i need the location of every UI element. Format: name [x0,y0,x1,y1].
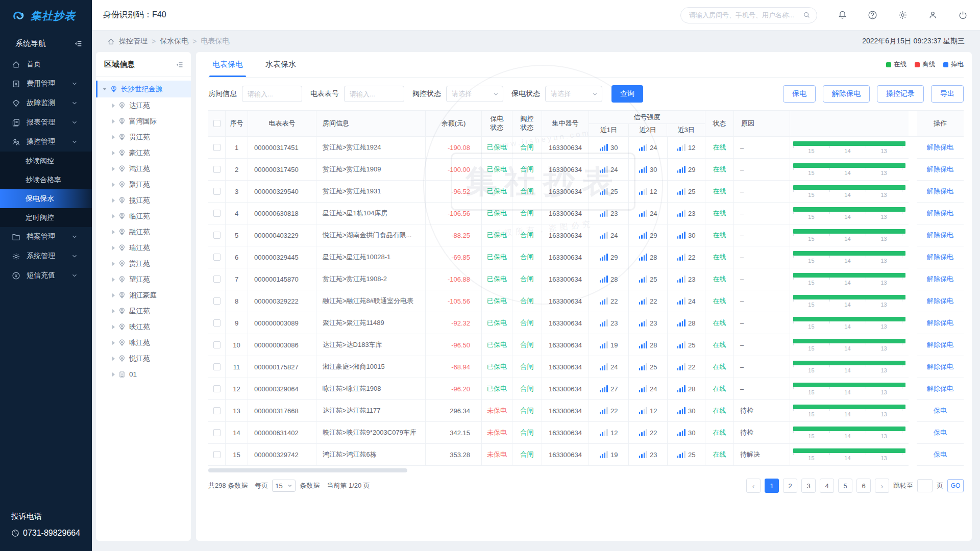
row-checkbox[interactable] [213,210,220,217]
sidebar-item-短信充值[interactable]: 短信充值 [0,266,92,285]
row-checkbox[interactable] [213,385,220,392]
tree-item-瑞江苑[interactable]: 瑞江苑 [96,240,191,256]
next-page-button[interactable]: › [875,479,889,493]
caret-right-icon[interactable] [112,293,115,297]
row-action-link[interactable]: 解除保电 [927,143,953,152]
room-filter-input[interactable] [242,86,302,102]
row-checkbox[interactable] [213,166,220,173]
caret-right-icon[interactable] [112,183,115,187]
tab-electric-protect[interactable]: 电表保电 [212,52,243,77]
tree-item-临江苑[interactable]: 临江苑 [96,208,191,224]
row-checkbox[interactable] [213,297,220,305]
caret-down-icon[interactable] [103,88,107,90]
sidebar-item-首页[interactable]: 首页 [0,55,92,74]
sidebar-item-操控管理[interactable]: 操控管理 [0,132,92,152]
select-all-checkbox[interactable] [213,120,220,127]
tree-item-星江苑[interactable]: 星江苑 [96,303,191,319]
sidebar-item-系统管理[interactable]: 系统管理 [0,246,92,266]
caret-right-icon[interactable] [112,151,115,155]
tree-collapse-icon[interactable] [176,61,184,69]
tree-item-富湾国际[interactable]: 富湾国际 [96,113,191,129]
page-button-1[interactable]: 1 [765,479,779,493]
caret-right-icon[interactable] [112,214,115,218]
meter-filter-input[interactable] [344,86,404,102]
action-button-解除保电[interactable]: 解除保电 [823,85,870,103]
row-action-link[interactable]: 解除保电 [927,384,953,393]
sidebar-item-档案管理[interactable]: 档案管理 [0,227,92,246]
per-page-select[interactable]: 15 [272,480,296,492]
row-action-link[interactable]: 解除保电 [927,318,953,328]
global-search-input[interactable] [689,11,803,19]
caret-right-icon[interactable] [112,309,115,313]
page-button-5[interactable]: 5 [838,479,852,493]
row-action-link[interactable]: 解除保电 [927,165,953,174]
tree-item-湘江豪庭[interactable]: 湘江豪庭 [96,287,191,303]
jump-page-input[interactable] [917,479,933,492]
tree-item-聚江苑[interactable]: 聚江苑 [96,177,191,192]
row-checkbox[interactable] [213,319,220,327]
tree-item-揽江苑[interactable]: 揽江苑 [96,192,191,208]
bell-icon[interactable] [838,10,847,20]
breadcrumb-item[interactable]: 保水保电 [160,37,188,46]
row-checkbox[interactable] [213,232,220,239]
row-checkbox[interactable] [213,144,220,151]
sidebar-item-费用管理[interactable]: 费用管理 [0,74,92,93]
query-button[interactable]: 查询 [611,85,643,103]
caret-right-icon[interactable] [112,230,115,234]
page-button-2[interactable]: 2 [783,479,797,493]
action-button-导出[interactable]: 导出 [931,85,964,103]
go-button[interactable]: GO [947,479,964,492]
caret-right-icon[interactable] [112,357,115,361]
row-checkbox[interactable] [213,429,220,436]
tree-item-01[interactable]: 01 [96,366,191,382]
collapse-menu-icon[interactable] [74,39,83,48]
help-icon[interactable] [868,10,877,20]
row-checkbox[interactable] [213,276,220,283]
row-checkbox[interactable] [213,341,220,348]
tree-item-悦江苑[interactable]: 悦江苑 [96,350,191,366]
tree-item-鸿江苑[interactable]: 鸿江苑 [96,161,191,177]
row-action-link[interactable]: 保电 [934,406,947,415]
caret-right-icon[interactable] [112,278,115,282]
gear-icon[interactable] [898,10,908,20]
row-action-link[interactable]: 解除保电 [927,274,953,284]
tree-item-望江苑[interactable]: 望江苑 [96,271,191,287]
protect-status-select[interactable]: 请选择 [545,86,602,102]
row-action-link[interactable]: 解除保电 [927,209,953,218]
row-action-link[interactable]: 解除保电 [927,362,953,371]
sidebar-subitem-抄读阀控[interactable]: 抄读阀控 [0,152,92,170]
prev-page-button[interactable]: ‹ [746,479,761,493]
breadcrumb-item[interactable]: 操控管理 [119,37,148,46]
sidebar-subitem-保电保水[interactable]: 保电保水 [0,189,92,208]
tree-item-达江苑[interactable]: 达江苑 [96,97,191,113]
search-icon[interactable] [803,11,811,19]
global-search[interactable] [680,7,817,23]
sidebar-subitem-抄读合格率[interactable]: 抄读合格率 [0,170,92,189]
caret-right-icon[interactable] [112,246,115,250]
tree-item-映江苑[interactable]: 映江苑 [96,319,191,335]
caret-right-icon[interactable] [112,372,115,377]
row-checkbox[interactable] [213,254,220,261]
home-icon[interactable] [107,38,115,45]
row-checkbox[interactable] [213,407,220,414]
horizontal-scrollbar[interactable] [208,468,964,472]
tree-item-赏江苑[interactable]: 赏江苑 [96,256,191,271]
tree-item-咏江苑[interactable]: 咏江苑 [96,335,191,350]
tree-root-item[interactable]: 长沙世纪金源 [96,81,191,97]
row-checkbox[interactable] [213,188,220,195]
caret-right-icon[interactable] [112,135,115,139]
page-button-6[interactable]: 6 [856,479,871,493]
page-button-4[interactable]: 4 [820,479,834,493]
caret-right-icon[interactable] [112,262,115,266]
sidebar-subitem-定时阀控[interactable]: 定时阀控 [0,208,92,227]
tree-item-贯江苑[interactable]: 贯江苑 [96,129,191,145]
row-action-link[interactable]: 保电 [934,428,947,437]
row-checkbox[interactable] [213,363,220,370]
valve-status-select[interactable]: 请选择 [446,86,503,102]
row-action-link[interactable]: 解除保电 [927,340,953,349]
row-checkbox[interactable] [213,451,220,458]
action-button-操控记录[interactable]: 操控记录 [877,85,924,103]
caret-right-icon[interactable] [112,198,115,203]
caret-right-icon[interactable] [112,325,115,329]
caret-right-icon[interactable] [112,104,115,108]
